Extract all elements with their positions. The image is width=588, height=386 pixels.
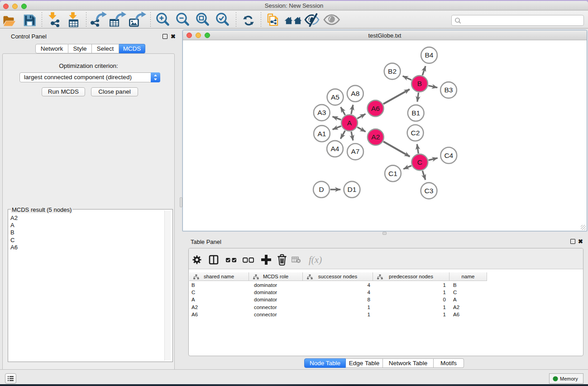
svg-text:B4: B4	[425, 51, 434, 59]
svg-text:f(x): f(x)	[309, 254, 322, 265]
svg-text:C1: C1	[388, 170, 397, 177]
svg-text:A2: A2	[371, 133, 380, 141]
svg-text:A8: A8	[351, 90, 359, 97]
svg-text:C4: C4	[444, 152, 453, 159]
svg-text:D: D	[319, 186, 324, 193]
svg-text:A5: A5	[331, 93, 339, 101]
svg-text:C3: C3	[425, 187, 434, 195]
svg-text:B: B	[417, 80, 422, 87]
svg-text:A3: A3	[317, 109, 326, 116]
svg-text:C: C	[417, 158, 422, 166]
svg-text:A7: A7	[351, 148, 360, 155]
svg-text:A1: A1	[318, 130, 326, 138]
svg-text:A6: A6	[371, 105, 380, 112]
svg-text:B1: B1	[411, 109, 420, 117]
svg-text:A4: A4	[331, 145, 339, 152]
svg-text:A: A	[347, 119, 352, 127]
svg-text:B2: B2	[388, 67, 397, 75]
svg-text:B3: B3	[445, 86, 453, 94]
svg-text:D1: D1	[348, 186, 357, 193]
svg-text:C2: C2	[411, 129, 420, 137]
